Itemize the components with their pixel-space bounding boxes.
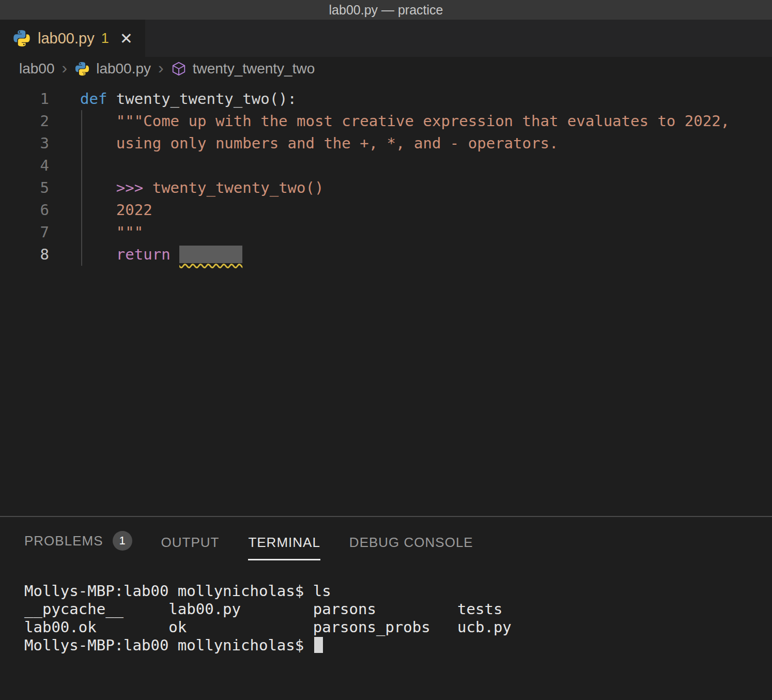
line-number[interactable]: 3 — [0, 132, 49, 155]
breadcrumb-item-folder[interactable]: lab00 — [19, 60, 55, 77]
code-token: def — [80, 90, 107, 108]
line-number[interactable]: 5 — [0, 177, 49, 199]
panel-tab-terminal[interactable]: TERMINAL — [248, 535, 320, 560]
terminal-cursor — [314, 637, 323, 653]
panel-tabs: PROBLEMS1OUTPUTTERMINALDEBUG CONSOLE — [0, 517, 772, 560]
window-titlebar: lab00.py — practice — [0, 0, 772, 20]
selection-warning-box — [179, 246, 242, 263]
indent-guide — [81, 110, 82, 266]
panel-tab-label: OUTPUT — [161, 535, 220, 551]
code-line[interactable]: 1def twenty_twenty_two(): — [0, 88, 772, 110]
panel-tab-label: TERMINAL — [248, 535, 320, 551]
breadcrumb-item-symbol[interactable]: twenty_twenty_two — [193, 60, 315, 77]
code-text: """Come up with the most creative expres… — [49, 110, 730, 132]
code-line[interactable]: 8 return — [0, 244, 772, 266]
code-token — [80, 179, 116, 196]
code-token: twenty_twenty_two() — [143, 179, 323, 196]
window-title: lab00.py — practice — [329, 3, 443, 18]
breadcrumb-item-file[interactable]: lab00.py — [96, 60, 151, 77]
panel-tab-output[interactable]: OUTPUT — [161, 535, 220, 560]
breadcrumb: lab00 › lab00.py › twenty_twenty_two — [0, 57, 772, 81]
panel-tab-problems[interactable]: PROBLEMS1 — [24, 531, 132, 560]
code-line[interactable]: 2 """Come up with the most creative expr… — [0, 110, 772, 132]
code-line[interactable]: 7 """ — [0, 221, 772, 244]
code-line[interactable]: 4 — [0, 155, 772, 177]
code-text: return — [49, 244, 242, 266]
code-line[interactable]: 3 using only numbers and the +, *, and -… — [0, 132, 772, 155]
code-token: """Come up with the most creative expres… — [80, 112, 730, 130]
code-token — [171, 246, 179, 263]
code-token: >>> — [116, 179, 143, 196]
panel-tab-label: PROBLEMS — [24, 533, 103, 549]
problems-count-badge: 1 — [113, 531, 132, 551]
code-text — [49, 155, 80, 177]
line-number[interactable]: 8 — [0, 244, 49, 266]
terminal-output[interactable]: Mollys-MBP:lab00 mollynicholas$ ls__pyca… — [0, 560, 772, 655]
code-token: using only numbers and the +, *, and - o… — [80, 134, 558, 152]
line-number[interactable]: 6 — [0, 199, 49, 221]
code-editor[interactable]: 1def twenty_twenty_two():2 """Come up wi… — [0, 81, 772, 516]
code-token: """ — [80, 223, 143, 241]
line-number[interactable]: 7 — [0, 221, 49, 244]
code-token: twenty_twenty_two(): — [107, 90, 297, 108]
code-line[interactable]: 5 >>> twenty_twenty_two() — [0, 177, 772, 199]
line-number[interactable]: 1 — [0, 88, 49, 110]
bottom-panel: PROBLEMS1OUTPUTTERMINALDEBUG CONSOLE Mol… — [0, 516, 772, 700]
line-number[interactable]: 4 — [0, 155, 49, 177]
terminal-line: Mollys-MBP:lab00 mollynicholas$ — [24, 636, 772, 655]
code-line[interactable]: 6 2022 — [0, 199, 772, 221]
python-icon — [12, 29, 31, 48]
editor-tab-bar: lab00.py 1 ✕ — [0, 20, 772, 57]
code-text: 2022 — [49, 199, 152, 221]
code-text: using only numbers and the +, *, and - o… — [49, 132, 558, 155]
tab-filename: lab00.py — [38, 30, 95, 47]
tab-warning-badge: 1 — [101, 31, 109, 47]
tab-close-icon[interactable]: ✕ — [120, 29, 133, 48]
python-icon — [74, 61, 90, 77]
editor-lines: 1def twenty_twenty_two():2 """Come up wi… — [0, 88, 772, 266]
code-token: 2022 — [80, 201, 152, 219]
terminal-line: Mollys-MBP:lab00 mollynicholas$ ls — [24, 582, 772, 600]
code-text: def twenty_twenty_two(): — [49, 88, 297, 110]
panel-tab-debug-console[interactable]: DEBUG CONSOLE — [349, 535, 473, 560]
breadcrumb-separator: › — [61, 59, 69, 78]
panel-tab-label: DEBUG CONSOLE — [349, 535, 473, 551]
code-text: >>> twenty_twenty_two() — [49, 177, 323, 199]
editor-tab-lab00[interactable]: lab00.py 1 ✕ — [0, 20, 145, 57]
line-number[interactable]: 2 — [0, 110, 49, 132]
code-text: """ — [49, 221, 143, 244]
terminal-line: __pycache__ lab00.py parsons tests — [24, 600, 772, 618]
terminal-line: lab00.ok ok parsons_probs ucb.py — [24, 618, 772, 636]
code-token — [80, 246, 116, 263]
code-token: return — [116, 246, 171, 263]
symbol-module-icon — [171, 61, 187, 77]
breadcrumb-separator: › — [157, 59, 165, 78]
